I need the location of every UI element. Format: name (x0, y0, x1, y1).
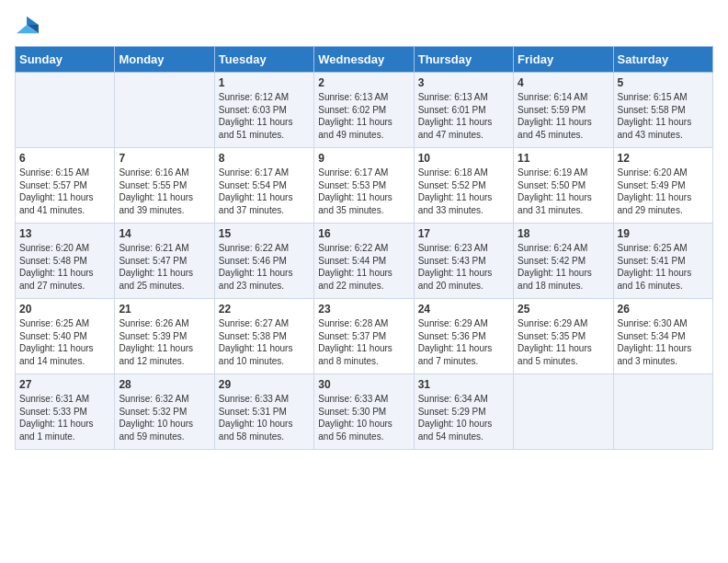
cell-content: Sunrise: 6:26 AM Sunset: 5:39 PM Dayligh… (119, 317, 210, 367)
cell-content: Sunrise: 6:25 AM Sunset: 5:41 PM Dayligh… (618, 242, 709, 292)
calendar-cell: 26Sunrise: 6:30 AM Sunset: 5:34 PM Dayli… (613, 299, 712, 374)
calendar-header: SundayMondayTuesdayWednesdayThursdayFrid… (16, 47, 713, 73)
day-number: 7 (119, 152, 210, 165)
cell-content: Sunrise: 6:23 AM Sunset: 5:43 PM Dayligh… (418, 242, 509, 292)
calendar-cell: 2Sunrise: 6:13 AM Sunset: 6:02 PM Daylig… (314, 73, 414, 148)
day-number: 16 (318, 227, 409, 240)
cell-content: Sunrise: 6:33 AM Sunset: 5:30 PM Dayligh… (318, 393, 409, 442)
calendar-cell (613, 374, 712, 450)
calendar-cell: 3Sunrise: 6:13 AM Sunset: 6:01 PM Daylig… (414, 73, 513, 148)
calendar-cell: 17Sunrise: 6:23 AM Sunset: 5:43 PM Dayli… (414, 224, 513, 299)
day-number: 29 (219, 378, 310, 391)
header-cell-thursday: Thursday (414, 47, 513, 73)
logo (15, 15, 44, 35)
calendar-cell: 24Sunrise: 6:29 AM Sunset: 5:36 PM Dayli… (414, 299, 513, 374)
calendar-cell: 13Sunrise: 6:20 AM Sunset: 5:48 PM Dayli… (16, 224, 115, 299)
cell-content: Sunrise: 6:33 AM Sunset: 5:31 PM Dayligh… (219, 393, 310, 442)
calendar-cell: 1Sunrise: 6:12 AM Sunset: 6:03 PM Daylig… (214, 73, 313, 148)
cell-content: Sunrise: 6:12 AM Sunset: 6:03 PM Dayligh… (219, 91, 310, 141)
calendar-cell: 19Sunrise: 6:25 AM Sunset: 5:41 PM Dayli… (613, 224, 712, 299)
cell-content: Sunrise: 6:15 AM Sunset: 5:58 PM Dayligh… (618, 91, 709, 141)
calendar-cell: 10Sunrise: 6:18 AM Sunset: 5:52 PM Dayli… (414, 148, 513, 224)
calendar-cell (115, 73, 214, 148)
calendar-cell: 7Sunrise: 6:16 AM Sunset: 5:55 PM Daylig… (115, 148, 214, 224)
header-cell-wednesday: Wednesday (314, 47, 414, 73)
day-number: 11 (518, 152, 609, 165)
calendar-cell: 8Sunrise: 6:17 AM Sunset: 5:54 PM Daylig… (214, 148, 313, 224)
week-row-1: 1Sunrise: 6:12 AM Sunset: 6:03 PM Daylig… (16, 73, 713, 148)
calendar-cell: 28Sunrise: 6:32 AM Sunset: 5:32 PM Dayli… (115, 374, 214, 450)
calendar-cell: 4Sunrise: 6:14 AM Sunset: 5:59 PM Daylig… (514, 73, 613, 148)
day-number: 4 (518, 76, 609, 89)
day-number: 19 (618, 227, 709, 240)
cell-content: Sunrise: 6:27 AM Sunset: 5:38 PM Dayligh… (219, 317, 310, 367)
calendar-cell: 25Sunrise: 6:29 AM Sunset: 5:35 PM Dayli… (514, 299, 613, 374)
calendar-cell: 23Sunrise: 6:28 AM Sunset: 5:37 PM Dayli… (314, 299, 414, 374)
cell-content: Sunrise: 6:15 AM Sunset: 5:57 PM Dayligh… (19, 167, 110, 216)
cell-content: Sunrise: 6:20 AM Sunset: 5:49 PM Dayligh… (618, 167, 709, 216)
cell-content: Sunrise: 6:20 AM Sunset: 5:48 PM Dayligh… (19, 242, 110, 292)
cell-content: Sunrise: 6:19 AM Sunset: 5:50 PM Dayligh… (518, 167, 609, 216)
header-cell-friday: Friday (514, 47, 613, 73)
day-number: 26 (618, 303, 709, 316)
day-number: 6 (19, 152, 110, 165)
calendar-cell: 12Sunrise: 6:20 AM Sunset: 5:49 PM Dayli… (613, 148, 712, 224)
svg-marker-0 (27, 17, 39, 25)
calendar-cell: 14Sunrise: 6:21 AM Sunset: 5:47 PM Dayli… (115, 224, 214, 299)
page-header (15, 15, 713, 35)
calendar-cell: 6Sunrise: 6:15 AM Sunset: 5:57 PM Daylig… (16, 148, 115, 224)
header-cell-saturday: Saturday (613, 47, 712, 73)
day-number: 23 (318, 303, 409, 316)
cell-content: Sunrise: 6:28 AM Sunset: 5:37 PM Dayligh… (318, 317, 409, 367)
cell-content: Sunrise: 6:32 AM Sunset: 5:32 PM Dayligh… (119, 393, 210, 442)
calendar-cell: 22Sunrise: 6:27 AM Sunset: 5:38 PM Dayli… (214, 299, 313, 374)
cell-content: Sunrise: 6:13 AM Sunset: 6:02 PM Dayligh… (318, 91, 409, 141)
day-number: 13 (19, 227, 110, 240)
day-number: 18 (518, 227, 609, 240)
day-number: 3 (418, 76, 509, 89)
calendar-table: SundayMondayTuesdayWednesdayThursdayFrid… (15, 46, 713, 450)
cell-content: Sunrise: 6:24 AM Sunset: 5:42 PM Dayligh… (518, 242, 609, 292)
day-number: 27 (19, 378, 110, 391)
calendar-cell: 20Sunrise: 6:25 AM Sunset: 5:40 PM Dayli… (16, 299, 115, 374)
calendar-cell: 29Sunrise: 6:33 AM Sunset: 5:31 PM Dayli… (214, 374, 313, 450)
calendar-cell: 30Sunrise: 6:33 AM Sunset: 5:30 PM Dayli… (314, 374, 414, 450)
cell-content: Sunrise: 6:34 AM Sunset: 5:29 PM Dayligh… (418, 393, 509, 442)
day-number: 28 (119, 378, 210, 391)
calendar-cell: 15Sunrise: 6:22 AM Sunset: 5:46 PM Dayli… (214, 224, 313, 299)
cell-content: Sunrise: 6:17 AM Sunset: 5:54 PM Dayligh… (219, 167, 310, 216)
calendar-cell: 18Sunrise: 6:24 AM Sunset: 5:42 PM Dayli… (514, 224, 613, 299)
day-number: 15 (219, 227, 310, 240)
cell-content: Sunrise: 6:30 AM Sunset: 5:34 PM Dayligh… (618, 317, 709, 367)
calendar-cell: 16Sunrise: 6:22 AM Sunset: 5:44 PM Dayli… (314, 224, 414, 299)
week-row-4: 20Sunrise: 6:25 AM Sunset: 5:40 PM Dayli… (16, 299, 713, 374)
cell-content: Sunrise: 6:29 AM Sunset: 5:35 PM Dayligh… (518, 317, 609, 367)
cell-content: Sunrise: 6:25 AM Sunset: 5:40 PM Dayligh… (19, 317, 110, 367)
cell-content: Sunrise: 6:29 AM Sunset: 5:36 PM Dayligh… (418, 317, 509, 367)
day-number: 10 (418, 152, 509, 165)
calendar-cell: 11Sunrise: 6:19 AM Sunset: 5:50 PM Dayli… (514, 148, 613, 224)
header-cell-tuesday: Tuesday (214, 47, 313, 73)
day-number: 21 (119, 303, 210, 316)
day-number: 14 (119, 227, 210, 240)
day-number: 8 (219, 152, 310, 165)
day-number: 22 (219, 303, 310, 316)
header-cell-monday: Monday (115, 47, 214, 73)
calendar-cell: 31Sunrise: 6:34 AM Sunset: 5:29 PM Dayli… (414, 374, 513, 450)
calendar-body: 1Sunrise: 6:12 AM Sunset: 6:03 PM Daylig… (16, 73, 713, 450)
day-number: 2 (318, 76, 409, 89)
calendar-cell: 9Sunrise: 6:17 AM Sunset: 5:53 PM Daylig… (314, 148, 414, 224)
calendar-cell (514, 374, 613, 450)
week-row-2: 6Sunrise: 6:15 AM Sunset: 5:57 PM Daylig… (16, 148, 713, 224)
day-number: 31 (418, 378, 509, 391)
day-number: 12 (618, 152, 709, 165)
header-cell-sunday: Sunday (16, 47, 115, 73)
cell-content: Sunrise: 6:22 AM Sunset: 5:46 PM Dayligh… (219, 242, 310, 292)
day-number: 24 (418, 303, 509, 316)
cell-content: Sunrise: 6:21 AM Sunset: 5:47 PM Dayligh… (119, 242, 210, 292)
week-row-5: 27Sunrise: 6:31 AM Sunset: 5:33 PM Dayli… (16, 374, 713, 450)
day-number: 25 (518, 303, 609, 316)
cell-content: Sunrise: 6:31 AM Sunset: 5:33 PM Dayligh… (19, 393, 110, 442)
day-number: 5 (618, 76, 709, 89)
calendar-cell: 5Sunrise: 6:15 AM Sunset: 5:58 PM Daylig… (613, 73, 712, 148)
